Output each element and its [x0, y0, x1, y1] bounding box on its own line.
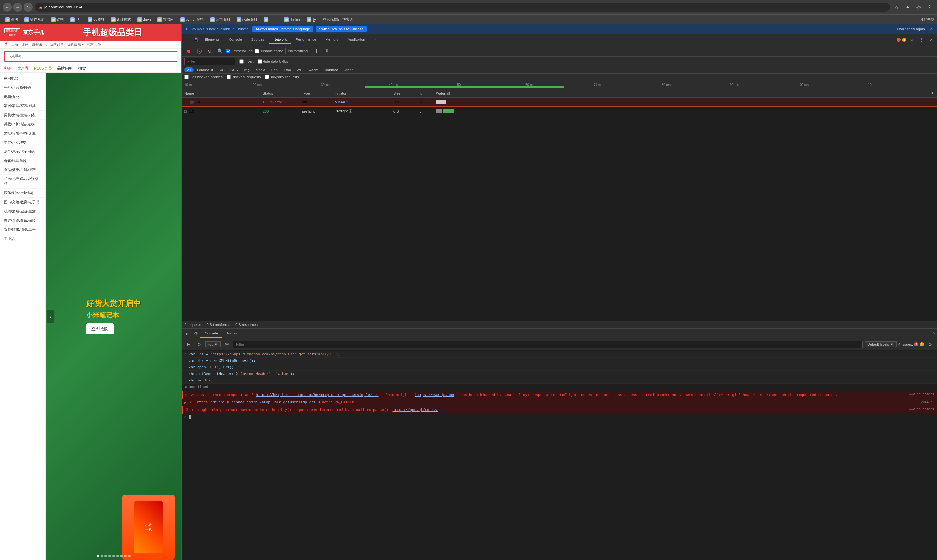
has-blocked-cookies-checkbox[interactable] [185, 75, 189, 79]
tab-console[interactable]: Console [224, 35, 247, 44]
console-eye-button[interactable]: 👁 [223, 340, 231, 349]
type-filter-other[interactable]: Other [341, 67, 355, 72]
tab-network[interactable]: Network [269, 35, 291, 44]
console-pause-button[interactable]: ⊘ [192, 329, 200, 338]
tab-memory[interactable]: Memory [321, 35, 343, 44]
third-party-checkbox[interactable] [265, 75, 269, 79]
jd-nav-auction[interactable]: 拍卖 [78, 66, 86, 71]
sidebar-item-shoes[interactable]: 女鞋/箱包/钟表/珠宝 [0, 129, 45, 138]
error1-origin[interactable]: https://www.jd.com [415, 393, 454, 397]
banner-dot-3[interactable] [105, 555, 107, 557]
bookmark-go[interactable]: 📁 go资料 [85, 16, 107, 23]
preserve-log-checkbox[interactable] [226, 49, 231, 53]
profile-icon[interactable]: ● [903, 3, 912, 12]
network-filter-icon[interactable]: ⊖ [205, 47, 214, 55]
jd-nav-seckill[interactable]: 秒杀 [4, 66, 12, 71]
sidebar-item-travel[interactable]: 机票/酒店/旅游/生活 [0, 207, 45, 216]
type-filter-fetch[interactable]: Fetch/XHR [194, 67, 217, 72]
sidebar-item-repair[interactable]: 安装/维修/清洗/二手 [0, 225, 45, 234]
jd-search-input[interactable] [4, 51, 177, 62]
sidebar-item-industry[interactable]: 工业品 [0, 234, 45, 243]
bookmark-design[interactable]: 📁 设计模式 [108, 16, 134, 23]
bookmark-other[interactable]: 📁 other [261, 17, 280, 23]
banner-dot-9[interactable] [128, 555, 131, 557]
jd-banner-cta[interactable]: 立即抢购 [86, 323, 114, 334]
type-filter-all[interactable]: All [185, 67, 194, 72]
bookmark-ljy[interactable]: 📁 ljy [304, 17, 318, 23]
refresh-button[interactable]: ↻ [23, 3, 32, 12]
type-filter-font[interactable]: Font [269, 67, 281, 72]
console-stop-button[interactable]: ⊘ [195, 340, 203, 349]
back-button[interactable]: ← [3, 3, 12, 12]
sidebar-item-home[interactable]: 家居/家具/家装/厨具 [0, 102, 45, 111]
devtools-match-language-button[interactable]: Always match Chrome's language [252, 26, 313, 32]
network-search-icon[interactable]: 🔍 [216, 47, 224, 55]
bookmark-os[interactable]: 📁 操作系统 [22, 16, 47, 23]
bookmark-arch[interactable]: 📁 架构 [48, 16, 66, 23]
bookmark-java[interactable]: 📁 Java [135, 17, 153, 23]
banner-dot-1[interactable] [97, 555, 99, 557]
network-clear-button[interactable]: 🚫 [195, 47, 203, 55]
banner-dot-4[interactable] [108, 555, 111, 557]
menu-icon[interactable]: ⋮ [925, 3, 934, 12]
row1-initiator-link[interactable]: VM440:5 [335, 100, 349, 104]
network-filter-input[interactable] [185, 58, 236, 65]
console-close-button[interactable]: × [933, 331, 936, 337]
row2-checkbox[interactable]: □ [185, 109, 187, 113]
hide-data-urls-checkbox[interactable] [257, 59, 262, 64]
tab-performance[interactable]: Performance [291, 35, 321, 44]
address-bar[interactable]: 🔒 jd.com/?country=USA [35, 3, 890, 12]
type-filter-media[interactable]: Media [253, 67, 268, 72]
dom-exception-source[interactable]: www.jd.com/:1 [909, 408, 934, 411]
jd-my-jd[interactable]: 我的京东 ▾ [66, 42, 84, 47]
sidebar-item-computer[interactable]: 电脑/办公 [0, 92, 45, 102]
sidebar-item-beauty[interactable]: 美妆/个护清洁/宠物 [0, 120, 45, 129]
type-filter-js[interactable]: JS [218, 67, 227, 72]
console-execute-button[interactable]: ▶ [185, 340, 193, 349]
blocked-requests-checkbox[interactable] [227, 75, 231, 79]
jd-nav-plus[interactable]: PLUS会员 [34, 66, 52, 71]
network-export-button[interactable]: ⬇ [323, 47, 331, 55]
devtools-inspect-button[interactable]: ⬚ [183, 35, 192, 44]
banner-dot-7[interactable] [120, 555, 123, 557]
invert-checkbox[interactable] [239, 59, 243, 64]
devtools-infobar-close-button[interactable]: × [930, 26, 933, 32]
sidebar-item-home-appliance[interactable]: 家用电器 [0, 74, 45, 83]
bookmark-suanfa[interactable]: 📁 算法 [3, 16, 20, 23]
throttling-selector[interactable]: No throttling [285, 48, 310, 54]
devtools-device-button[interactable]: 📱 [192, 35, 200, 44]
more-bookmarks-button[interactable]: 其他书签 [920, 17, 934, 22]
devtools-no-show-link[interactable]: Don't show again [897, 27, 925, 31]
more-options-icon[interactable]: ⋮ [917, 35, 926, 44]
row1-checkbox[interactable]: □ [185, 100, 187, 104]
console-clear-button[interactable]: ▶ [183, 329, 192, 338]
banner-dot-5[interactable] [112, 555, 115, 557]
tab-sources[interactable]: Sources [247, 35, 269, 44]
close-devtools-button[interactable]: × [927, 35, 936, 44]
sidebar-item-sports[interactable]: 男鞋/运动/户外 [0, 138, 45, 147]
console-context-selector[interactable]: top ▼ [205, 342, 221, 347]
jd-member[interactable]: 京东会员 [86, 42, 101, 47]
network-record-button[interactable]: ⏺ [185, 47, 193, 55]
type-filter-manifest[interactable]: Manifest [322, 67, 341, 72]
jd-user-greeting[interactable]: 你好，请登录 … [21, 42, 47, 47]
sidebar-item-books[interactable]: 图书/文娱/教育/电子书 [0, 198, 45, 207]
console-tab-console[interactable]: Console [200, 329, 222, 338]
type-filter-wasm[interactable]: Wasm [305, 67, 321, 72]
devtools-switch-chinese-button[interactable]: Switch DevTools to Chinese [316, 26, 367, 32]
get-error-url[interactable]: https://h5api.m.taobao.com/h5/mtop.user.… [197, 400, 320, 404]
jd-nav-coupon[interactable]: 优惠券 [17, 66, 29, 71]
sidebar-item-phone[interactable]: 手机/运营商/数码 [0, 83, 45, 92]
bookmark-db[interactable]: 📁 数据库 [155, 16, 176, 23]
bookmark-k8s[interactable]: 📁 k8s [68, 17, 84, 23]
tab-more[interactable]: » [370, 35, 381, 44]
console-levels-selector[interactable]: Default levels ▼ [865, 342, 897, 347]
network-row-1[interactable]: □ ⚫ 1.0 CORS error xhr VM440:5 0 B 3... [182, 98, 937, 107]
banner-dot-6[interactable] [116, 555, 119, 557]
disable-cache-checkbox[interactable] [255, 49, 259, 53]
bookmark-python[interactable]: 📁 python资料 [177, 16, 207, 23]
type-filter-img[interactable]: Img [241, 67, 252, 72]
console-filter-input[interactable] [233, 341, 863, 348]
error1-url[interactable]: https://h5api.m.taobao.com/h5/mtop.user.… [256, 393, 378, 397]
bookmark-node[interactable]: 📁 node资料 [234, 16, 260, 23]
